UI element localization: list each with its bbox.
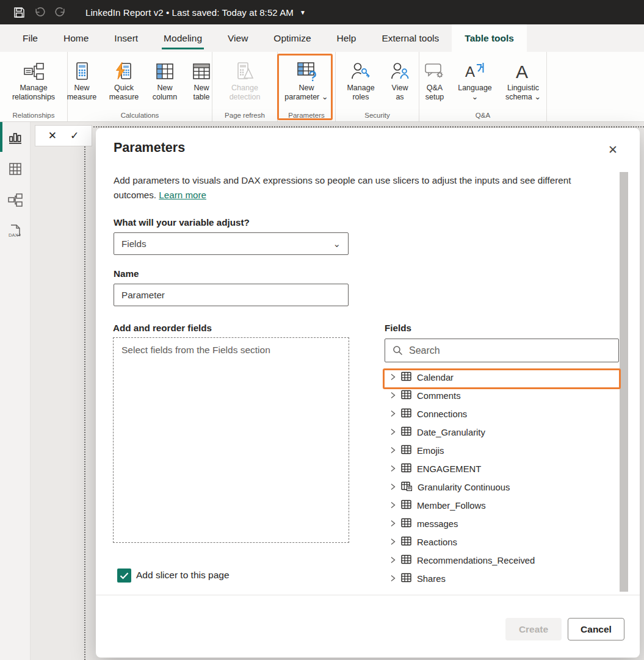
field-table-row[interactable]: messages xyxy=(385,515,620,533)
save-icon[interactable] xyxy=(9,0,29,24)
adjust-select[interactable]: Fields ⌄ xyxy=(114,232,349,255)
field-table-row[interactable]: Reactions xyxy=(385,533,620,551)
field-table-row[interactable]: Granularity Continuous xyxy=(385,478,620,497)
new-column-button[interactable]: New column xyxy=(148,58,182,102)
view-as-label: View as xyxy=(388,84,412,102)
undo-icon[interactable] xyxy=(29,0,50,24)
formula-commit-icon[interactable]: ✓ xyxy=(70,129,79,142)
chevron-right-icon[interactable] xyxy=(390,537,396,548)
add-slicer-checkbox[interactable] xyxy=(117,569,131,583)
report-view-button[interactable] xyxy=(0,122,31,153)
tab-insert[interactable]: Insert xyxy=(101,24,151,52)
group-label-parameters: Parameters xyxy=(278,112,335,119)
field-table-row[interactable]: Recommendations_Received xyxy=(385,551,620,570)
field-table-name: Granularity Continuous xyxy=(418,482,510,492)
manage-relationships-button[interactable]: Manage relationships xyxy=(4,58,63,102)
formula-cancel-icon[interactable]: ✕ xyxy=(48,129,57,142)
page-boundary-dotted-line xyxy=(84,126,644,127)
ribbon-group-security: Manage roles View as Security xyxy=(336,52,419,121)
table-icon xyxy=(401,445,411,457)
language-icon: A xyxy=(465,59,485,84)
field-table-name: messages xyxy=(417,519,458,529)
manage-roles-button[interactable]: Manage roles xyxy=(342,58,379,102)
redo-icon[interactable] xyxy=(50,0,71,24)
ribbon-group-page-refresh: Change detection Page refresh xyxy=(212,52,277,121)
field-table-row[interactable]: Connections xyxy=(385,405,620,423)
field-table-row[interactable]: Shares xyxy=(385,570,620,588)
field-table-row[interactable]: Calendar xyxy=(385,368,620,387)
adjust-label: What will your variable adjust? xyxy=(114,217,250,228)
cancel-button[interactable]: Cancel xyxy=(568,618,624,640)
dax-query-view-button[interactable]: DAX xyxy=(0,215,31,246)
ribbon-group-qa: Q&A setup A Language⌄ A Linguistic schem… xyxy=(419,52,546,121)
tab-table-tools[interactable]: Table tools xyxy=(452,24,527,52)
linguistic-schema-button[interactable]: A Linguistic schema ⌄ xyxy=(501,58,545,102)
reorder-fields-dropzone[interactable]: Select fields from the Fields section xyxy=(113,337,349,543)
field-table-name: Shares xyxy=(417,574,446,584)
language-label: Language⌄ xyxy=(455,84,495,102)
qa-setup-label: Q&A setup xyxy=(421,84,449,102)
chevron-right-icon[interactable] xyxy=(390,427,396,438)
new-measure-button[interactable]: New measure xyxy=(63,58,100,102)
language-button[interactable]: A Language⌄ xyxy=(455,58,495,102)
quick-measure-button[interactable]: Quick measure xyxy=(105,58,143,102)
chevron-right-icon[interactable] xyxy=(390,372,396,383)
data-view-button[interactable] xyxy=(0,153,31,184)
tab-file[interactable]: File xyxy=(10,24,51,52)
table-icon xyxy=(401,371,411,384)
new-table-button[interactable]: New table xyxy=(187,58,216,102)
title-caret-down-icon[interactable]: ▼ xyxy=(300,9,306,16)
chevron-right-icon[interactable] xyxy=(390,573,396,584)
page-boundary-dotted-line xyxy=(84,126,85,660)
dialog-scrollbar-thumb[interactable] xyxy=(620,172,628,592)
table-icon xyxy=(401,408,411,420)
view-as-button[interactable]: View as xyxy=(388,58,412,102)
field-table-row[interactable]: Emojis xyxy=(385,442,620,460)
qa-setup-button[interactable]: Q&A setup xyxy=(421,58,449,102)
tab-external-tools[interactable]: External tools xyxy=(369,24,452,52)
group-label-security: Security xyxy=(336,112,419,119)
model-view-button[interactable] xyxy=(0,184,31,215)
chevron-right-icon[interactable] xyxy=(390,555,396,566)
name-field[interactable] xyxy=(114,290,348,300)
linguistic-schema-label: Linguistic schema ⌄ xyxy=(501,84,545,102)
field-table-row[interactable]: ENGAGEMENT xyxy=(385,460,620,478)
svg-text:DAX: DAX xyxy=(9,232,18,238)
view-switcher-sidebar: DAX xyxy=(0,122,31,660)
field-table-name: Calendar xyxy=(417,373,454,382)
tab-optimize[interactable]: Optimize xyxy=(261,24,324,52)
table-icon xyxy=(401,426,411,439)
create-button[interactable]: Create xyxy=(505,618,562,640)
change-detection-label: Change detection xyxy=(223,84,266,102)
name-label: Name xyxy=(114,268,139,279)
view-as-icon xyxy=(390,59,410,84)
chevron-down-icon: ⌄ xyxy=(333,239,341,249)
chevron-right-icon[interactable] xyxy=(390,482,396,493)
ribbon-separator xyxy=(546,52,547,121)
chevron-right-icon[interactable] xyxy=(390,500,396,511)
field-table-name: Emojis xyxy=(417,446,444,456)
manage-roles-label: Manage roles xyxy=(342,84,379,102)
table-icon xyxy=(401,500,411,512)
learn-more-link[interactable]: Learn more xyxy=(159,190,206,200)
field-table-row[interactable]: Date_Granularity xyxy=(385,423,620,442)
field-table-row[interactable]: Member_Follows xyxy=(385,497,620,515)
table-icon xyxy=(401,554,411,567)
chevron-right-icon[interactable] xyxy=(390,390,396,401)
ribbon-group-parameters: New parameter ⌄ Parameters xyxy=(278,52,335,121)
chevron-right-icon[interactable] xyxy=(390,518,396,529)
field-table-row[interactable]: Comments xyxy=(385,387,620,405)
field-table-name: ENGAGEMENT xyxy=(417,464,481,474)
tab-modeling[interactable]: Modeling xyxy=(151,24,215,52)
reorder-label: Add and reorder fields xyxy=(113,323,212,333)
tab-view[interactable]: View xyxy=(215,24,261,52)
chevron-right-icon[interactable] xyxy=(390,409,396,420)
chevron-right-icon[interactable] xyxy=(390,464,396,475)
dialog-close-icon[interactable]: ✕ xyxy=(608,143,618,157)
tab-help[interactable]: Help xyxy=(324,24,369,52)
new-table-label: New table xyxy=(187,84,216,102)
tab-home[interactable]: Home xyxy=(51,24,101,52)
new-parameter-button[interactable]: New parameter ⌄ xyxy=(283,58,330,102)
fields-search-input[interactable]: Search xyxy=(385,339,619,362)
chevron-right-icon[interactable] xyxy=(390,445,396,456)
